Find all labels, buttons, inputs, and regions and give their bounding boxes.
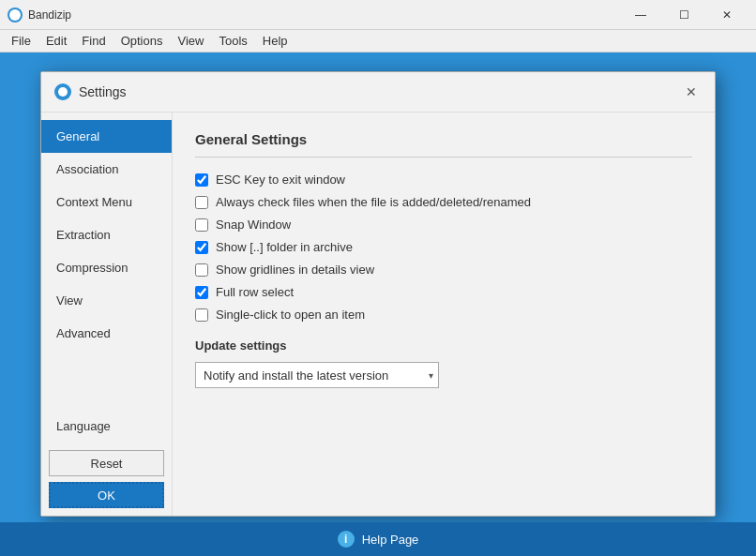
checkbox-always-check-label: Always check files when the file is adde… (216, 195, 531, 209)
info-icon: i (338, 531, 355, 548)
main-area: Settings ✕ General Association Context M… (0, 53, 756, 522)
checkbox-snap-window: Snap Window (195, 218, 692, 232)
settings-content: General Settings ESC Key to exit window … (173, 113, 715, 516)
reset-button[interactable]: Reset (49, 450, 164, 476)
menu-help[interactable]: Help (255, 32, 295, 50)
close-window-button[interactable]: ✕ (705, 0, 748, 30)
sidebar-item-compression[interactable]: Compression (41, 251, 172, 284)
checkbox-single-click: Single-click to open an item (195, 308, 692, 322)
checkbox-snap-window-label: Snap Window (216, 218, 291, 232)
title-bar: Bandizip — ☐ ✕ (0, 0, 756, 30)
checkbox-single-click-input[interactable] (195, 308, 208, 322)
sidebar-item-general[interactable]: General (41, 120, 172, 153)
menu-options[interactable]: Options (113, 32, 171, 50)
update-select[interactable]: Notify and install the latest version No… (195, 362, 439, 388)
checkbox-show-folder-label: Show [..] folder in archive (216, 240, 353, 254)
checkbox-esc-key: ESC Key to exit window (195, 173, 692, 187)
checkbox-show-gridlines-input[interactable] (195, 263, 208, 277)
checkbox-esc-key-label: ESC Key to exit window (216, 173, 345, 187)
menu-tools[interactable]: Tools (211, 32, 254, 50)
sidebar-item-language[interactable]: Language (41, 410, 172, 443)
taskbar: i Help Page (0, 522, 756, 556)
minimize-button[interactable]: — (619, 0, 662, 30)
sidebar-buttons: Reset OK (41, 443, 172, 516)
dialog-body: General Association Context Menu Extract… (41, 113, 715, 516)
dialog-icon (54, 83, 71, 100)
menu-find[interactable]: Find (74, 32, 113, 50)
maximize-button[interactable]: ☐ (662, 0, 705, 30)
menu-view[interactable]: View (170, 32, 211, 50)
window-controls: — ☐ ✕ (619, 0, 748, 30)
checkbox-single-click-label: Single-click to open an item (216, 308, 365, 322)
menu-file[interactable]: File (4, 32, 38, 50)
sidebar-item-view[interactable]: View (41, 284, 172, 317)
content-title: General Settings (195, 131, 692, 147)
checkbox-show-gridlines-label: Show gridlines in details view (216, 263, 374, 277)
svg-point-1 (58, 87, 68, 97)
checkbox-show-gridlines: Show gridlines in details view (195, 263, 692, 277)
checkbox-always-check-input[interactable] (195, 196, 208, 209)
app-icon (8, 8, 23, 23)
checkbox-full-row: Full row select (195, 285, 692, 299)
dialog-title: Settings (79, 84, 681, 99)
app-title: Bandizip (28, 8, 619, 22)
checkbox-esc-key-input[interactable] (195, 173, 208, 187)
help-label: Help Page (362, 533, 419, 547)
checkbox-full-row-label: Full row select (216, 285, 294, 299)
sidebar-item-extraction[interactable]: Extraction (41, 218, 172, 251)
title-divider (195, 157, 692, 158)
sidebar-item-advanced[interactable]: Advanced (41, 317, 172, 350)
taskbar-help[interactable]: i Help Page (338, 531, 419, 548)
checkbox-always-check: Always check files when the file is adde… (195, 195, 692, 209)
sidebar-item-association[interactable]: Association (41, 153, 172, 186)
settings-dialog: Settings ✕ General Association Context M… (40, 71, 716, 517)
dialog-title-bar: Settings ✕ (41, 72, 715, 113)
sidebar: General Association Context Menu Extract… (41, 113, 173, 516)
menu-bar: File Edit Find Options View Tools Help (0, 30, 756, 53)
checkbox-show-folder: Show [..] folder in archive (195, 240, 692, 254)
ok-button[interactable]: OK (49, 482, 164, 508)
svg-point-0 (9, 9, 21, 21)
update-section-label: Update settings (195, 338, 692, 353)
checkbox-snap-window-input[interactable] (195, 218, 208, 232)
checkbox-full-row-input[interactable] (195, 286, 208, 299)
checkbox-show-folder-input[interactable] (195, 241, 208, 254)
sidebar-item-context-menu[interactable]: Context Menu (41, 186, 172, 218)
menu-edit[interactable]: Edit (38, 32, 74, 50)
dialog-close-button[interactable]: ✕ (681, 82, 702, 102)
update-select-wrapper: Notify and install the latest version No… (195, 362, 439, 388)
